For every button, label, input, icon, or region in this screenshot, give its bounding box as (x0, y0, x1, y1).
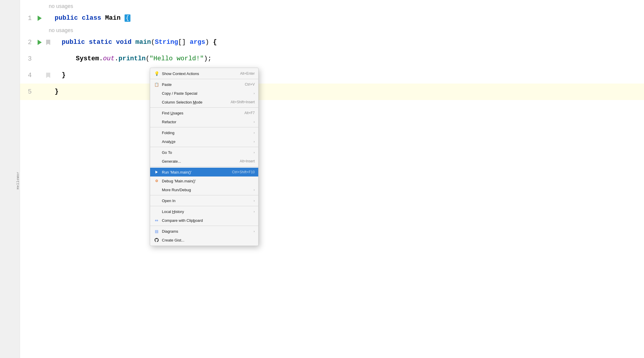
menu-label-debug-main: Debug 'Main.main()' (162, 179, 255, 183)
shortcut-find-usages: Alt+F7 (244, 111, 255, 115)
menu-item-compare-clipboard[interactable]: ⇔ Compare with Clipboard (150, 216, 258, 225)
paste-icon: 📋 (154, 81, 160, 87)
separator-1 (150, 79, 258, 79)
compare-clipboard-icon: ⇔ (154, 217, 160, 223)
debug-main-icon: ⚙ (154, 178, 160, 184)
menu-item-create-gist[interactable]: Create Gist... (150, 236, 258, 244)
code-line-5: 5 } (20, 84, 644, 100)
column-selection-icon (154, 99, 160, 105)
code-area: no usages 1 public class Main { no usage… (20, 0, 644, 358)
menu-item-folding[interactable]: Folding › (150, 128, 258, 137)
menu-item-paste[interactable]: 📋 Paste Ctrl+V (150, 80, 258, 89)
go-to-icon (154, 149, 160, 155)
bulb-icon: 💡 (154, 71, 160, 76)
shortcut-generate: Alt+Insert (240, 159, 255, 163)
menu-item-diagrams[interactable]: ▤ Diagrams › (150, 227, 258, 236)
context-menu: 💡 Show Context Actions Alt+Enter 📋 Paste… (150, 68, 259, 246)
menu-item-debug-main[interactable]: ⚙ Debug 'Main.main()' (150, 176, 258, 185)
analyze-icon (154, 139, 160, 144)
code-5: } (52, 89, 58, 95)
menu-item-analyze[interactable]: Analyze › (150, 137, 258, 146)
hint-no-usages-2: no usages (46, 27, 73, 34)
menu-item-run-main[interactable]: Run 'Main.main()' Ctrl+Shift+F10 (150, 168, 258, 176)
menu-label-open-in: Open In (162, 199, 251, 203)
open-in-icon (154, 198, 160, 204)
refactor-icon (154, 119, 160, 125)
sidebar-text: HelloWor (16, 171, 20, 189)
code-line-3: 3 System.out.println("Hello world!"); (20, 51, 644, 67)
menu-label-folding: Folding (162, 131, 251, 135)
shortcut-run-main: Ctrl+Shift+F10 (232, 170, 255, 174)
diagrams-icon: ▤ (154, 228, 160, 234)
arrow-open-in: › (254, 199, 255, 202)
bookmark-2 (44, 40, 52, 45)
arrow-folding: › (254, 131, 255, 134)
folding-icon (154, 130, 160, 136)
menu-label-run-main: Run 'Main.main()' (162, 170, 227, 174)
line-number-3: 3 (20, 55, 35, 63)
run-gutter-2[interactable] (35, 40, 44, 45)
menu-label-local-history: Local History (162, 209, 251, 214)
menu-label-compare-clipboard: Compare with Clipboard (162, 218, 255, 223)
menu-item-column-selection[interactable]: Column Selection Mode Alt+Shift+Insert (150, 98, 258, 106)
arrow-local-history: › (254, 210, 255, 213)
run-main-icon (154, 169, 160, 175)
menu-label-paste: Paste (162, 82, 240, 87)
menu-item-more-run-debug[interactable]: More Run/Debug › (150, 185, 258, 194)
separator-7 (150, 206, 258, 206)
shortcut-show-context-actions: Alt+Enter (240, 71, 255, 76)
shortcut-column-selection: Alt+Shift+Insert (231, 100, 255, 104)
arrow-go-to: › (254, 151, 255, 154)
menu-item-show-context-actions[interactable]: 💡 Show Context Actions Alt+Enter (150, 69, 258, 78)
menu-label-go-to: Go To (162, 150, 251, 155)
arrow-analyze: › (254, 140, 255, 143)
menu-item-generate[interactable]: Generate... Alt+Insert (150, 157, 258, 166)
menu-label-show-context-actions: Show Context Actions (162, 71, 235, 76)
separator-3 (150, 127, 258, 127)
copy-paste-icon (154, 90, 160, 96)
generate-icon (154, 158, 160, 164)
separator-8 (150, 226, 258, 226)
menu-item-go-to[interactable]: Go To › (150, 148, 258, 157)
menu-item-refactor[interactable]: Refactor › (150, 117, 258, 126)
menu-label-column-selection: Column Selection Mode (162, 100, 226, 104)
run-gutter-1[interactable] (35, 16, 44, 21)
code-line-2: 2 public static void main(String[] args)… (20, 34, 644, 51)
menu-label-create-gist: Create Gist... (162, 238, 255, 242)
more-run-debug-icon (154, 187, 160, 193)
code-line-4: 4 } (20, 67, 644, 84)
line-number-2: 2 (20, 39, 35, 46)
shortcut-paste: Ctrl+V (245, 82, 255, 86)
separator-4 (150, 147, 258, 147)
line-number-1: 1 (20, 15, 35, 22)
separator-2 (150, 107, 258, 108)
arrow-refactor: › (254, 120, 255, 124)
menu-item-local-history[interactable]: Local History › (150, 207, 258, 216)
separator-5 (150, 166, 258, 167)
code-line-1: 1 public class Main { (20, 10, 644, 26)
code-4: } (52, 72, 66, 79)
find-usages-icon (154, 110, 160, 116)
menu-label-more-run-debug: More Run/Debug (162, 188, 251, 192)
github-icon (154, 237, 160, 243)
menu-label-analyze: Analyze (162, 139, 251, 144)
menu-label-find-usages: Find Usages (162, 111, 240, 115)
menu-item-find-usages[interactable]: Find Usages Alt+F7 (150, 109, 258, 117)
menu-item-open-in[interactable]: Open In › (150, 196, 258, 205)
editor-container: HelloWor no usages 1 public class Main {… (0, 0, 644, 358)
arrow-copy-paste-special: › (254, 91, 255, 95)
bookmark-4 (44, 73, 52, 78)
sidebar-panel: HelloWor (0, 0, 20, 358)
run-arrow-2[interactable] (38, 40, 42, 45)
local-history-icon (154, 209, 160, 214)
menu-label-generate: Generate... (162, 159, 235, 164)
hint-no-usages-1: no usages (46, 3, 73, 9)
menu-label-diagrams: Diagrams (162, 229, 251, 234)
run-arrow-1[interactable] (38, 16, 42, 21)
menu-label-copy-paste-special: Copy / Paste Special (162, 91, 251, 96)
separator-6 (150, 195, 258, 195)
code-3: System.out.println("Hello world!"); (52, 56, 212, 62)
menu-label-refactor: Refactor (162, 120, 251, 124)
arrow-diagrams: › (254, 229, 255, 233)
menu-item-copy-paste-special[interactable]: Copy / Paste Special › (150, 89, 258, 98)
